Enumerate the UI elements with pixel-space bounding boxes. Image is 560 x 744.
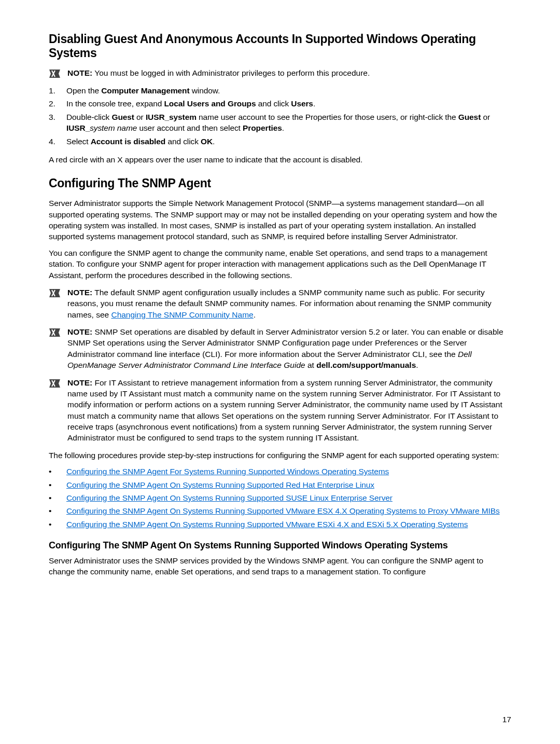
step-1: 1. Open the Computer Management window. <box>49 85 511 96</box>
step-3: 3. Double-click Guest or IUSR_system nam… <box>49 112 511 134</box>
link-suse[interactable]: Configuring the SNMP Agent On Systems Ru… <box>66 493 393 502</box>
list-item: •Configuring the SNMP Agent On Systems R… <box>49 519 511 530</box>
step-4: 4. Select Account is disabled and click … <box>49 136 511 147</box>
section-title-disable-guest: Disabling Guest And Anonymous Accounts I… <box>49 32 511 60</box>
steps-list: 1. Open the Computer Management window. … <box>49 85 511 147</box>
note-text: NOTE: You must be logged in with Adminis… <box>67 67 511 78</box>
list-item: •Configuring the SNMP Agent On Systems R… <box>49 505 511 516</box>
section-title-snmp: Configuring The SNMP Agent <box>49 176 511 190</box>
note-icon <box>49 378 62 389</box>
note-admin-privileges: NOTE: You must be logged in with Adminis… <box>49 67 511 79</box>
closing-text: A red circle with an X appears over the … <box>49 154 511 165</box>
note-text: NOTE: For IT Assistant to retrieve manag… <box>67 377 511 444</box>
link-windows[interactable]: Configuring the SNMP Agent For Systems R… <box>66 467 389 476</box>
link-vmware-esxi[interactable]: Configuring the SNMP Agent On Systems Ru… <box>66 520 468 529</box>
link-changing-community-name[interactable]: Changing The SNMP Community Name <box>111 310 253 319</box>
link-list: •Configuring the SNMP Agent For Systems … <box>49 466 511 530</box>
note-set-operations: NOTE: SNMP Set operations are disabled b… <box>49 326 511 371</box>
snmp-para2: You can configure the SNMP agent to chan… <box>49 247 511 281</box>
subsection-title-windows-snmp: Configuring The SNMP Agent On Systems Ru… <box>49 540 511 551</box>
link-vmware-esx4[interactable]: Configuring the SNMP Agent On Systems Ru… <box>66 506 500 515</box>
note-icon <box>49 327 62 338</box>
list-item: •Configuring the SNMP Agent On Systems R… <box>49 479 511 490</box>
snmp-para3: The following procedures provide step-by… <box>49 450 511 461</box>
step-2: 2. In the console tree, expand Local Use… <box>49 98 511 109</box>
list-item: •Configuring the SNMP Agent For Systems … <box>49 466 511 477</box>
note-icon <box>49 288 62 298</box>
link-redhat[interactable]: Configuring the SNMP Agent On Systems Ru… <box>66 480 374 489</box>
note-icon <box>49 68 62 79</box>
note-it-assistant: NOTE: For IT Assistant to retrieve manag… <box>49 377 511 444</box>
subsection-para: Server Administrator uses the SNMP servi… <box>49 555 511 577</box>
list-item: •Configuring the SNMP Agent On Systems R… <box>49 492 511 503</box>
page-number: 17 <box>502 715 511 724</box>
note-text: NOTE: The default SNMP agent configurati… <box>67 287 511 320</box>
note-text: NOTE: SNMP Set operations are disabled b… <box>67 326 511 371</box>
note-community-name: NOTE: The default SNMP agent configurati… <box>49 287 511 320</box>
snmp-para1: Server Administrator supports the Simple… <box>49 198 511 242</box>
